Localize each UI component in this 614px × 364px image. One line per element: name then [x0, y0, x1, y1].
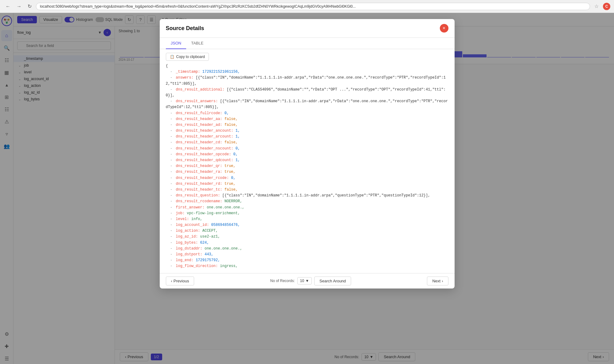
json-line-first-answer: - first_answer: one.one.one.one., — [166, 205, 448, 211]
json-line-timestamp: - _timestamp: 1729221521061156, — [166, 69, 448, 75]
json-line-answers: - answers: [{"class":"IN","domainName":"… — [166, 75, 448, 87]
modal-body: 📋 Copy to clipboard { - _timestamp: 1729… — [160, 49, 455, 273]
json-line-dns-result-header-rcode: - dns_result_header_rcode: 0, — [166, 175, 448, 181]
json-line-log-dstaddr: - log_dstaddr: one.one.one.one., — [166, 246, 448, 252]
json-line-dns-result-header-arcount: - dns_result_header_arcount: 1, — [166, 134, 448, 140]
copy-label: Copy to clipboard — [176, 55, 205, 59]
json-line-dns-result-rcodename: - dns_result_rcodename: NOERROR, — [166, 199, 448, 204]
user-avatar[interactable]: C — [603, 3, 610, 10]
forward-button[interactable]: → — [15, 3, 23, 10]
modal-footer: ‹ Previous No of Records: 10 ▼ Search Ar… — [160, 273, 455, 288]
modal-records-select[interactable]: 10 ▼ — [297, 277, 312, 285]
modal-records-label: No of Records: — [270, 279, 295, 283]
json-line-log-end: - log_end: 1729175792, — [166, 258, 448, 263]
modal-next-button[interactable]: Next › — [427, 277, 448, 285]
json-line-dns-result-header-qr: - dns_result_header_qr: true, — [166, 163, 448, 169]
modal-search-around-button[interactable]: Search Around — [314, 277, 351, 285]
copy-icon: 📋 — [170, 55, 174, 59]
json-line-log-az-id: - log_az_id: use2-az1, — [166, 234, 448, 240]
modal-title: Source Details — [166, 25, 204, 32]
copy-to-clipboard-button[interactable]: 📋 Copy to clipboard — [166, 53, 209, 61]
json-line-job: - job: vpc-flow-log-enrichment, — [166, 211, 448, 216]
modal-prev-chevron-icon: ‹ — [171, 279, 172, 283]
modal-overlay[interactable]: Source Details × JSON TABLE 📋 Copy to cl… — [0, 13, 614, 364]
modal-previous-label: Previous — [174, 279, 189, 283]
tab-json[interactable]: JSON — [166, 38, 186, 49]
app-container: ⌂ 🔍 ☷ ▦ ▴ ⊞ ☷ ⚠ ▿ 👥 ⚙ — [0, 13, 614, 364]
json-line-dns-result-header-rd: - dns_result_header_rd: true, — [166, 181, 448, 187]
json-line-dns-result-header-ad: - dns_result_header_ad: false, — [166, 122, 448, 128]
json-line-dns-result-header-nscount: - dns_result_header_nscount: 0, — [166, 146, 448, 152]
json-line-dns-result-header-qdcount: - dns_result_header_qdcount: 1, — [166, 157, 448, 163]
json-line-dns-result-additional: - dns_result_additional: [{"class":"CLAS… — [166, 87, 448, 99]
bookmark-icon[interactable]: ☆ — [592, 3, 600, 9]
modal-records-dropdown-icon: ▼ — [305, 279, 309, 283]
json-line-log-bytes: - log_bytes: 624, — [166, 240, 448, 246]
json-line-dns-result-header-ancount: - dns_result_header_ancount: 1, — [166, 128, 448, 134]
tab-table[interactable]: TABLE — [186, 38, 208, 49]
json-content: { - _timestamp: 1729221521061156, - answ… — [166, 63, 448, 269]
json-line-dns-result-question: - dns_result_question: [{"class":"IN","d… — [166, 193, 448, 199]
modal-header: Source Details × — [160, 19, 455, 38]
json-line-log-dstport: - log_dstport: 443, — [166, 252, 448, 258]
json-line-dns-result-header-opcode: - dns_result_header_opcode: 0, — [166, 152, 448, 157]
modal-next-label: Next — [432, 279, 440, 283]
json-line-dns-result-header-cd: - dns_result_header_cd: false, — [166, 140, 448, 145]
browser-chrome: ← → ↻ localhost:5080/web/logs?stream_typ… — [0, 0, 614, 13]
back-button[interactable]: ← — [4, 3, 12, 10]
json-line-log-action: - log_action: ACCEPT, — [166, 228, 448, 234]
modal-records-section: No of Records: 10 ▼ Search Around — [270, 277, 351, 285]
json-line-dns-result-fullrcode: - dns_result_fullrcode: 0, — [166, 110, 448, 116]
json-line-dns-result-answers: - dns_result_answers: [{"class":"IN","do… — [166, 99, 448, 110]
json-line-dns-result-header-tc: - dns_result_header_tc: false, — [166, 187, 448, 193]
modal-records-value: 10 — [300, 279, 304, 283]
modal-next-chevron-icon: › — [442, 279, 443, 283]
source-details-modal: Source Details × JSON TABLE 📋 Copy to cl… — [160, 19, 455, 288]
json-line-dns-result-header-ra: - dns_result_header_ra: true, — [166, 169, 448, 175]
json-line-log-flow-direction: - log_flow_direction: ingress, — [166, 263, 448, 269]
json-line-dns-result-header-aa: - dns_result_header_aa: false, — [166, 116, 448, 122]
address-bar[interactable]: localhost:5080/web/logs?stream_type=logs… — [36, 3, 590, 10]
json-line-level: - level: info, — [166, 216, 448, 222]
modal-previous-button[interactable]: ‹ Previous — [166, 277, 194, 285]
json-open-brace: { — [166, 63, 448, 69]
modal-tabs: JSON TABLE — [160, 38, 455, 49]
modal-close-button[interactable]: × — [440, 24, 448, 33]
json-line-log-account-id: - log_account_id: 058694856476, — [166, 222, 448, 228]
reload-button[interactable]: ↻ — [26, 3, 33, 10]
